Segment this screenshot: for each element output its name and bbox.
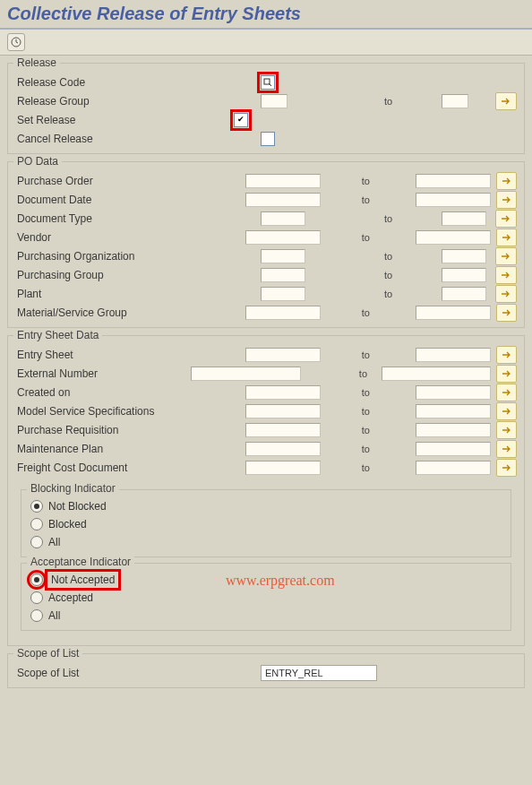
purchase-req-multi-button[interactable] <box>496 421 517 439</box>
plant-label: Plant <box>15 288 196 300</box>
acceptance-all-label: All <box>48 609 60 622</box>
purchasing-org-label: Purchasing Organization <box>15 250 196 263</box>
model-service-spec-multi-button[interactable] <box>496 402 517 420</box>
arrow-right-icon <box>502 388 512 397</box>
arrow-right-icon <box>501 214 511 223</box>
page-title: Collective Release of Entry Sheets <box>0 0 532 30</box>
document-type-multi-button[interactable] <box>495 210 517 228</box>
document-type-to-input[interactable] <box>442 211 486 226</box>
cancel-release-label: Cancel Release <box>15 133 196 145</box>
maintenance-plan-multi-button[interactable] <box>496 440 517 458</box>
external-number-from-input[interactable] <box>191 367 301 381</box>
purchasing-group-to-input[interactable] <box>442 268 486 282</box>
release-code-search-button[interactable] <box>261 75 275 90</box>
blocked-radio[interactable] <box>30 518 43 531</box>
arrow-right-icon <box>502 350 512 359</box>
release-group-multi-button[interactable] <box>495 92 517 110</box>
set-release-checkbox[interactable]: ✔ <box>234 113 248 127</box>
material-service-group-to-input[interactable] <box>416 306 491 320</box>
arrow-right-icon <box>501 97 511 106</box>
arrow-right-icon <box>501 252 511 261</box>
release-group-to-input[interactable] <box>442 94 468 108</box>
arrow-right-icon <box>502 308 512 317</box>
purchasing-org-multi-button[interactable] <box>495 247 517 265</box>
accepted-radio[interactable] <box>30 591 43 604</box>
model-service-spec-to-input[interactable] <box>416 404 491 418</box>
not-accepted-radio[interactable] <box>30 574 43 586</box>
freight-cost-doc-label: Freight Cost Document <box>15 462 184 474</box>
vendor-to-input[interactable] <box>416 230 491 245</box>
document-type-label: Document Type <box>15 212 196 225</box>
entry-sheet-to-input[interactable] <box>416 348 491 362</box>
entry-sheet-multi-button[interactable] <box>496 346 517 364</box>
clock-icon <box>11 37 21 47</box>
purchasing-org-from-input[interactable] <box>261 249 305 263</box>
purchasing-group-multi-button[interactable] <box>495 266 517 284</box>
execute-button[interactable] <box>7 33 25 51</box>
purchase-order-label: Purchase Order <box>15 175 184 187</box>
set-release-label: Set Release <box>15 114 196 126</box>
arrow-right-icon <box>501 271 511 280</box>
external-number-to-input[interactable] <box>382 367 492 381</box>
plant-multi-button[interactable] <box>495 285 517 303</box>
purchase-order-multi-button[interactable] <box>496 172 517 190</box>
created-on-from-input[interactable] <box>245 385 321 400</box>
scope-of-list-input[interactable]: ENTRY_REL <box>261 665 377 681</box>
arrow-right-icon <box>502 407 512 416</box>
purchasing-org-to-input[interactable] <box>442 249 486 263</box>
vendor-multi-button[interactable] <box>496 229 517 246</box>
purchase-order-from-input[interactable] <box>245 174 321 188</box>
material-service-group-multi-button[interactable] <box>496 304 517 322</box>
acceptance-indicator-section: Acceptance Indicator Not Accepted Accept… <box>21 563 511 631</box>
external-number-multi-button[interactable] <box>496 365 517 383</box>
vendor-from-input[interactable] <box>245 230 321 245</box>
material-service-group-from-input[interactable] <box>245 306 321 320</box>
arrow-right-icon <box>502 195 512 204</box>
purchasing-group-label: Purchasing Group <box>15 269 196 281</box>
search-help-icon <box>263 78 272 87</box>
purchase-req-to-input[interactable] <box>416 423 491 437</box>
model-service-spec-label: Model Service Specifications <box>15 405 184 418</box>
not-blocked-radio[interactable] <box>30 500 43 513</box>
po-data-legend: PO Data <box>13 155 62 168</box>
release-group-to-label: to <box>384 96 402 107</box>
entry-sheet-data-legend: Entry Sheet Data <box>13 329 102 341</box>
purchasing-group-from-input[interactable] <box>261 268 305 282</box>
accepted-label: Accepted <box>48 591 93 604</box>
plant-from-input[interactable] <box>261 287 305 301</box>
maintenance-plan-to-input[interactable] <box>416 442 491 456</box>
acceptance-all-radio[interactable] <box>30 609 43 622</box>
po-to-label: to <box>362 176 379 186</box>
created-on-to-input[interactable] <box>416 385 491 400</box>
created-on-label: Created on <box>15 386 184 399</box>
document-date-label: Document Date <box>15 194 184 206</box>
scope-of-list-label: Scope of List <box>15 667 196 679</box>
created-on-multi-button[interactable] <box>496 384 517 401</box>
blocking-all-label: All <box>48 536 60 548</box>
release-group-from-input[interactable] <box>261 94 287 108</box>
document-type-from-input[interactable] <box>261 211 305 226</box>
entry-sheet-data-section: Entry Sheet Data Entry Sheet to External… <box>7 335 525 646</box>
blocking-all-radio[interactable] <box>30 536 43 548</box>
document-date-from-input[interactable] <box>245 193 321 207</box>
entry-sheet-from-input[interactable] <box>245 348 321 362</box>
arrow-right-icon <box>502 177 512 185</box>
release-legend: Release <box>13 56 60 69</box>
toolbar <box>0 30 532 56</box>
freight-cost-doc-from-input[interactable] <box>245 461 321 475</box>
arrow-right-icon <box>502 463 512 472</box>
external-number-label: External Number <box>15 367 185 380</box>
purchase-order-to-input[interactable] <box>416 174 491 188</box>
purchase-req-from-input[interactable] <box>245 423 321 437</box>
freight-cost-doc-multi-button[interactable] <box>496 459 517 477</box>
arrow-right-icon <box>502 233 512 242</box>
model-service-spec-from-input[interactable] <box>245 404 321 418</box>
cancel-release-checkbox[interactable] <box>261 132 275 146</box>
scope-of-list-legend: Scope of List <box>13 647 82 660</box>
document-date-multi-button[interactable] <box>496 191 517 209</box>
document-date-to-input[interactable] <box>416 193 491 207</box>
plant-to-input[interactable] <box>442 287 486 301</box>
freight-cost-doc-to-input[interactable] <box>416 461 491 475</box>
entry-sheet-label: Entry Sheet <box>15 349 184 361</box>
maintenance-plan-from-input[interactable] <box>245 442 321 456</box>
